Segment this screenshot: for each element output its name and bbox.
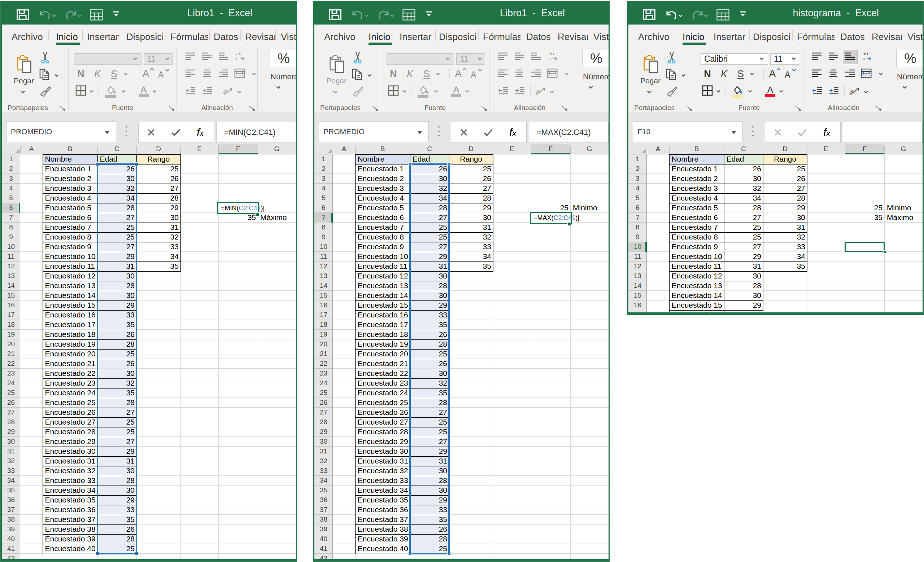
svg-text:A: A [453, 85, 459, 95]
svg-text:c: c [236, 56, 238, 61]
svg-text:A: A [140, 85, 147, 95]
svg-text:c: c [862, 56, 865, 61]
svg-text:c: c [549, 56, 551, 61]
svg-text:A: A [767, 85, 774, 95]
